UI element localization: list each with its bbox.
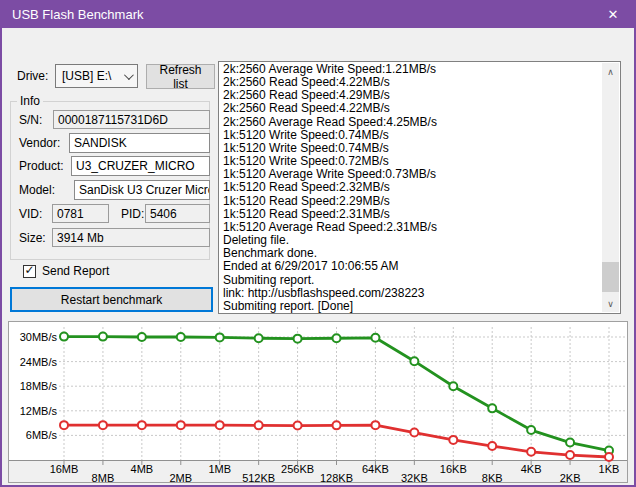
window-title: USB Flash Benchmark (12, 7, 592, 22)
sn-label: S/N: (19, 113, 42, 127)
svg-text:64KB: 64KB (362, 463, 389, 475)
scroll-up-button[interactable]: ∧ (602, 63, 619, 80)
pid-field: 5406 (145, 204, 210, 223)
svg-text:12MB/s: 12MB/s (20, 405, 58, 417)
log-lines: 2k:2560 Average Write Speed:1.21MB/s2k:2… (219, 62, 602, 313)
send-report-checkbox[interactable]: ✓ Send Report (23, 264, 109, 278)
log-output[interactable]: 2k:2560 Average Write Speed:1.21MB/s2k:2… (218, 61, 621, 314)
scrollbar-track[interactable] (602, 80, 619, 295)
log-line: Submiting report. [Done] (223, 300, 602, 313)
vendor-field[interactable]: SANDISK (69, 133, 210, 153)
drive-label: Drive: (17, 69, 48, 83)
log-scrollbar[interactable]: ∧ ∨ (602, 63, 619, 312)
chevron-down-icon: ∨ (607, 299, 614, 309)
log-line: Ended at 6/29/2017 10:06:55 AM (223, 260, 602, 273)
svg-text:30MB/s: 30MB/s (20, 331, 58, 343)
close-button[interactable]: ✕ (592, 0, 634, 28)
svg-text:1MB: 1MB (208, 463, 231, 475)
checkmark-icon: ✓ (24, 264, 34, 276)
svg-text:6MB/s: 6MB/s (26, 429, 58, 441)
scroll-down-button[interactable]: ∨ (602, 295, 619, 312)
svg-text:4KB: 4KB (521, 463, 542, 475)
log-line: 2k:2560 Average Read Speed:4.25MB/s (223, 116, 602, 129)
drive-selected-value: [USB] E:\ (62, 69, 124, 83)
restart-benchmark-button[interactable]: Restart benchmark (10, 287, 213, 312)
scrollbar-thumb[interactable] (602, 262, 619, 292)
size-label: Size: (19, 231, 46, 245)
info-legend: Info (17, 94, 43, 108)
titlebar[interactable]: USB Flash Benchmark ✕ (2, 0, 634, 28)
vid-label: VID: (19, 207, 42, 221)
close-icon: ✕ (608, 7, 619, 22)
model-field[interactable]: SanDisk U3 Cruzer Micro (74, 180, 210, 200)
sn-field: 0000187115731D6D (53, 110, 210, 129)
svg-text:8KB: 8KB (482, 472, 503, 482)
vendor-label: Vendor: (19, 136, 60, 150)
svg-text:8MB: 8MB (92, 472, 115, 482)
speed-chart-svg: 30MB/s24MB/s18MB/s12MB/s6MB/s16MB8MB4MB2… (9, 322, 627, 482)
svg-text:2MB: 2MB (169, 472, 192, 482)
svg-text:1KB: 1KB (599, 463, 620, 475)
refresh-list-button[interactable]: Refresh list (146, 64, 215, 89)
svg-text:24MB/s: 24MB/s (20, 356, 58, 368)
model-label: Model: (19, 183, 55, 197)
log-line: 1k:5120 Read Speed:2.32MB/s (223, 181, 602, 194)
checkbox-box[interactable]: ✓ (23, 265, 36, 278)
svg-text:128KB: 128KB (320, 472, 353, 482)
svg-text:16KB: 16KB (440, 463, 467, 475)
send-report-label: Send Report (42, 264, 109, 278)
chevron-down-icon (124, 70, 134, 80)
chevron-up-icon: ∧ (607, 67, 614, 77)
log-line: 1k:5120 Read Speed:2.29MB/s (223, 195, 602, 208)
pid-label: PID: (121, 207, 144, 221)
info-groupbox: Info S/N: 0000187115731D6D Vendor: SANDI… (10, 101, 210, 260)
client-area: Drive: [USB] E:\ Refresh list Info S/N: … (2, 28, 634, 485)
app-window: USB Flash Benchmark ✕ Drive: [USB] E:\ R… (0, 0, 636, 487)
log-line: 1k:5120 Read Speed:2.31MB/s (223, 208, 602, 221)
product-field[interactable]: U3_CRUZER_MICRO (71, 156, 210, 176)
svg-text:16MB: 16MB (50, 463, 79, 475)
svg-text:18MB/s: 18MB/s (20, 380, 58, 392)
speed-chart: 30MB/s24MB/s18MB/s12MB/s6MB/s16MB8MB4MB2… (8, 321, 628, 483)
log-line: Submiting report. (223, 274, 602, 287)
drive-select[interactable]: [USB] E:\ (55, 64, 138, 88)
size-field: 3914 Mb (52, 228, 210, 247)
svg-text:32KB: 32KB (401, 472, 428, 482)
vid-field: 0781 (52, 204, 109, 223)
log-line: link: http://usbflashspeed.com/238223 (223, 287, 602, 300)
svg-text:512KB: 512KB (242, 472, 275, 482)
log-line: 1k:5120 Write Speed:0.74MB/s (223, 129, 602, 142)
svg-text:256KB: 256KB (281, 463, 314, 475)
log-line: 2k:2560 Read Speed:4.22MB/s (223, 102, 602, 115)
svg-text:2KB: 2KB (560, 472, 581, 482)
svg-text:4MB: 4MB (131, 463, 154, 475)
product-label: Product: (19, 159, 64, 173)
